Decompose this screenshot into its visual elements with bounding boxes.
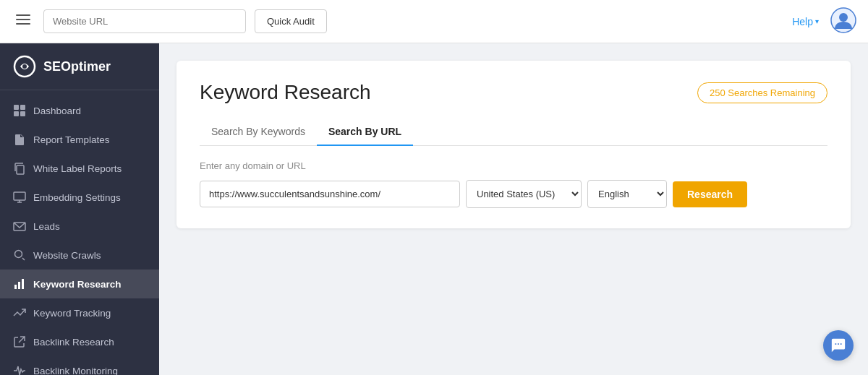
website-url-input[interactable] xyxy=(43,9,246,33)
user-icon-button[interactable] xyxy=(830,7,856,35)
topbar: Quick Audit Help ▾ xyxy=(0,0,868,43)
bar-chart-icon xyxy=(13,277,26,290)
sidebar: SEOptimer Dashboard Report Templates Whi… xyxy=(0,43,159,375)
svg-rect-15 xyxy=(14,285,17,289)
sidebar-item-label: Website Crawls xyxy=(33,250,101,261)
sidebar-item-label: Embedding Settings xyxy=(33,192,121,203)
sidebar-item-report-templates[interactable]: Report Templates xyxy=(0,125,159,154)
mail-icon xyxy=(13,220,26,233)
tabs: Search By Keywords Search By URL xyxy=(200,118,827,146)
activity-icon xyxy=(13,364,26,375)
sidebar-item-keyword-research[interactable]: Keyword Research xyxy=(0,270,159,298)
quick-audit-button[interactable]: Quick Audit xyxy=(255,9,327,33)
svg-rect-10 xyxy=(20,111,25,116)
sidebar-nav: Dashboard Report Templates White Label R… xyxy=(0,90,159,375)
trending-icon xyxy=(13,306,26,319)
external-link-icon xyxy=(13,335,26,348)
svg-rect-9 xyxy=(14,111,19,116)
sidebar-item-label: Backlink Monitoring xyxy=(33,366,118,376)
search-icon xyxy=(13,249,26,262)
sidebar-item-label: Keyword Research xyxy=(33,279,122,290)
help-chevron-icon: ▾ xyxy=(815,17,819,25)
sidebar-item-dashboard[interactable]: Dashboard xyxy=(0,96,159,125)
sidebar-item-label: Keyword Tracking xyxy=(33,308,111,319)
svg-rect-16 xyxy=(18,282,20,289)
search-row: United States (US) United Kingdom (UK) C… xyxy=(200,180,827,208)
page-title: Keyword Research xyxy=(200,81,371,104)
sidebar-item-label: Backlink Research xyxy=(33,337,114,348)
svg-point-6 xyxy=(22,64,27,69)
sidebar-item-leads[interactable]: Leads xyxy=(0,212,159,241)
file-icon xyxy=(13,133,26,146)
svg-rect-0 xyxy=(16,14,30,16)
sidebar-item-label: Leads xyxy=(33,221,60,232)
tab-search-by-keywords[interactable]: Search By Keywords xyxy=(200,118,317,146)
sidebar-logo: SEOptimer xyxy=(0,43,159,90)
sidebar-item-keyword-tracking[interactable]: Keyword Tracking xyxy=(0,298,159,327)
language-select[interactable]: English Spanish French xyxy=(587,180,667,208)
svg-rect-11 xyxy=(17,165,24,174)
logo-text: SEOptimer xyxy=(43,59,111,74)
country-select[interactable]: United States (US) United Kingdom (UK) C… xyxy=(466,180,582,208)
sidebar-item-white-label[interactable]: White Label Reports xyxy=(0,154,159,183)
topbar-right: Help ▾ xyxy=(792,7,856,35)
chat-bubble-button[interactable] xyxy=(823,330,854,361)
sidebar-item-backlink-monitoring[interactable]: Backlink Monitoring xyxy=(0,356,159,375)
sidebar-item-label: Dashboard xyxy=(33,105,81,116)
content-card: Keyword Research 250 Searches Remaining … xyxy=(176,61,851,228)
svg-rect-2 xyxy=(16,23,30,25)
monitor-icon xyxy=(13,191,26,204)
main-content: Keyword Research 250 Searches Remaining … xyxy=(159,43,868,375)
copy-icon xyxy=(13,162,26,175)
help-button[interactable]: Help ▾ xyxy=(792,16,819,27)
searches-remaining-badge: 250 Searches Remaining xyxy=(697,82,827,103)
sidebar-item-label: White Label Reports xyxy=(33,163,122,174)
hamburger-button[interactable] xyxy=(12,8,35,35)
svg-rect-8 xyxy=(20,105,25,110)
layout: SEOptimer Dashboard Report Templates Whi… xyxy=(0,43,868,375)
svg-rect-12 xyxy=(14,192,25,200)
research-button[interactable]: Research xyxy=(673,181,747,207)
sidebar-item-label: Report Templates xyxy=(33,134,110,145)
svg-rect-17 xyxy=(22,279,24,289)
tab-search-by-url[interactable]: Search By URL xyxy=(317,118,413,146)
domain-input[interactable] xyxy=(200,181,460,207)
svg-rect-1 xyxy=(16,19,30,20)
sidebar-item-backlink-research[interactable]: Backlink Research xyxy=(0,327,159,356)
svg-point-4 xyxy=(839,13,848,22)
sidebar-item-embedding[interactable]: Embedding Settings xyxy=(0,183,159,212)
search-label: Enter any domain or URL xyxy=(200,160,827,171)
svg-rect-7 xyxy=(14,105,19,110)
svg-point-14 xyxy=(15,251,22,258)
page-header: Keyword Research 250 Searches Remaining xyxy=(200,81,827,104)
topbar-left: Quick Audit xyxy=(12,8,327,35)
sidebar-item-website-crawls[interactable]: Website Crawls xyxy=(0,241,159,270)
grid-icon xyxy=(13,104,26,117)
